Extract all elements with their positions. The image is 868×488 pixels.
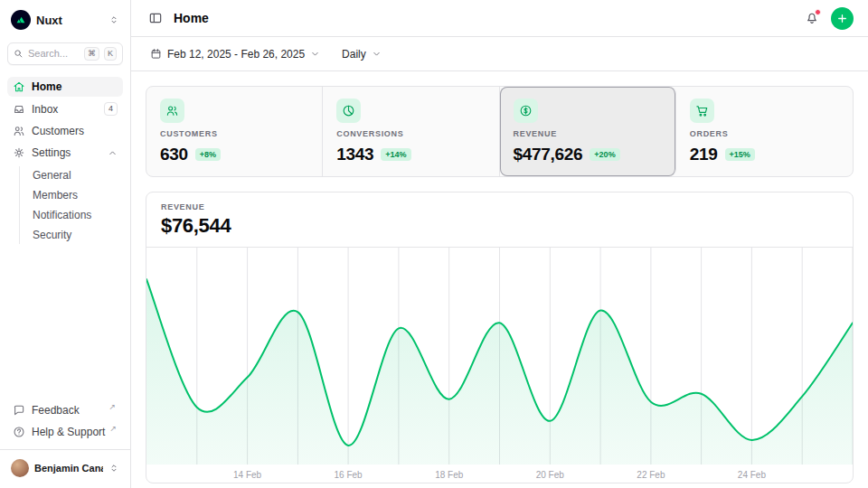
chevron-up-down-icon xyxy=(108,14,119,25)
sidebar-item-home[interactable]: Home xyxy=(7,77,123,97)
workspace-name: Nuxt xyxy=(36,14,103,27)
user-menu-button[interactable]: Benjamin Canac xyxy=(9,457,121,479)
sidebar-item-security[interactable]: Security xyxy=(29,226,123,244)
home-icon xyxy=(13,80,25,93)
chart-title: Revenue xyxy=(161,202,838,211)
chevron-down-icon xyxy=(372,49,382,59)
message-bubble-icon xyxy=(13,404,25,417)
stat-label: Conversions xyxy=(336,129,403,138)
stat-value: $477,626 xyxy=(514,145,583,164)
sidebar-item-notifications[interactable]: Notifications xyxy=(29,206,123,224)
sidebar-item-label: Notifications xyxy=(33,209,119,221)
sidebar-item-label: Home xyxy=(32,80,118,93)
stat-label: Orders xyxy=(690,129,729,138)
svg-text:18 Feb: 18 Feb xyxy=(435,470,464,480)
workspace-switcher[interactable]: Nuxt xyxy=(7,7,123,33)
stats-row: Customers 630 +8% Conversions 1343 +14% xyxy=(146,86,854,177)
stat-delta-badge: +14% xyxy=(381,148,410,161)
sidebar-spacer xyxy=(7,244,123,400)
sidebar-user-section: Benjamin Canac xyxy=(0,449,130,481)
app-root: Nuxt Search... ⌘ K Home xyxy=(0,0,868,488)
stat-card-revenue[interactable]: Revenue $477,626 +20% xyxy=(500,87,676,176)
chevron-down-icon xyxy=(310,49,320,59)
panel-left-icon xyxy=(148,11,163,25)
search-input[interactable]: Search... ⌘ K xyxy=(7,42,123,65)
avatar xyxy=(11,459,29,477)
stat-label: Revenue xyxy=(514,129,557,138)
sidebar-item-label: Security xyxy=(33,229,119,241)
stat-delta-badge: +20% xyxy=(590,148,619,161)
period-label: Daily xyxy=(342,48,366,61)
svg-text:20 Feb: 20 Feb xyxy=(536,470,565,480)
filters-toolbar: Feb 12, 2025 - Feb 26, 2025 Daily xyxy=(131,37,868,71)
chart-total-value: $76,544 xyxy=(161,214,838,238)
circle-dollar-icon xyxy=(514,99,538,123)
stat-card-orders[interactable]: Orders 219 +15% xyxy=(676,87,853,176)
add-button[interactable] xyxy=(831,7,854,30)
sidebar-item-label: General xyxy=(33,169,119,182)
date-range-label: Feb 12, 2025 - Feb 26, 2025 xyxy=(167,48,305,61)
external-link-icon: ↗ xyxy=(108,402,116,411)
search-icon xyxy=(14,49,24,59)
question-circle-icon xyxy=(13,426,25,438)
feedback-link[interactable]: Feedback ↗ xyxy=(7,400,123,420)
sidebar-item-label: Settings xyxy=(32,146,101,159)
revenue-chart-header: Revenue $76,544 xyxy=(146,192,853,248)
inbox-count-badge: 4 xyxy=(104,102,118,117)
notifications-button[interactable] xyxy=(802,8,822,28)
svg-text:14 Feb: 14 Feb xyxy=(233,470,262,480)
stat-delta-badge: +8% xyxy=(195,148,221,161)
stat-card-customers[interactable]: Customers 630 +8% xyxy=(146,87,323,176)
stat-value: 630 xyxy=(160,145,188,164)
search-placeholder: Search... xyxy=(28,48,80,59)
stat-value: 219 xyxy=(690,145,718,164)
footer-link-label: Help & Support xyxy=(32,426,105,438)
sidebar-nav: Home Inbox 4 Customers Settings xyxy=(7,77,123,245)
inbox-icon xyxy=(13,103,25,116)
gear-icon xyxy=(13,146,25,159)
sidebar-item-members[interactable]: Members xyxy=(29,186,123,204)
chart-pie-icon xyxy=(336,99,361,123)
help-support-link[interactable]: Help & Support ↗ xyxy=(7,422,123,442)
header-actions xyxy=(802,7,854,30)
sidebar: Nuxt Search... ⌘ K Home xyxy=(0,0,131,488)
page-title: Home xyxy=(174,11,209,25)
users-icon xyxy=(160,99,184,123)
date-range-picker[interactable]: Feb 12, 2025 - Feb 26, 2025 xyxy=(144,43,326,65)
sidebar-item-general[interactable]: General xyxy=(29,166,123,184)
collapse-sidebar-button[interactable] xyxy=(146,8,165,28)
users-icon xyxy=(13,125,25,137)
revenue-chart-card: Revenue $76,544 14 Feb16 Feb18 Feb20 Feb… xyxy=(146,192,854,483)
calendar-icon xyxy=(150,48,162,60)
stat-card-conversions[interactable]: Conversions 1343 +14% xyxy=(323,87,499,176)
main-area: Home Feb 12, 2 xyxy=(131,0,868,488)
sidebar-item-customers[interactable]: Customers xyxy=(7,121,123,141)
kbd-k: K xyxy=(104,47,117,61)
revenue-chart[interactable]: 14 Feb16 Feb18 Feb20 Feb22 Feb24 Feb xyxy=(146,248,853,483)
sidebar-footer-nav: Feedback ↗ Help & Support ↗ xyxy=(7,400,123,442)
sidebar-item-label: Inbox xyxy=(32,103,98,116)
sidebar-item-inbox[interactable]: Inbox 4 xyxy=(7,99,123,120)
svg-text:22 Feb: 22 Feb xyxy=(637,470,665,480)
dashboard-content: Customers 630 +8% Conversions 1343 +14% xyxy=(131,71,868,488)
user-name: Benjamin Canac xyxy=(34,463,103,474)
page-header: Home xyxy=(131,0,868,37)
external-link-icon: ↗ xyxy=(109,424,117,433)
chevron-up-icon xyxy=(108,148,118,158)
plus-icon xyxy=(836,13,848,24)
revenue-chart-svg: 14 Feb16 Feb18 Feb20 Feb22 Feb24 Feb xyxy=(146,248,853,483)
svg-text:24 Feb: 24 Feb xyxy=(738,470,767,480)
period-select[interactable]: Daily xyxy=(335,43,388,65)
chevron-up-down-icon xyxy=(108,463,119,474)
stat-delta-badge: +15% xyxy=(725,148,755,161)
shopping-cart-icon xyxy=(690,99,714,123)
chart-x-axis-labels: 14 Feb16 Feb18 Feb20 Feb22 Feb24 Feb xyxy=(233,470,766,480)
nuxt-logo-icon xyxy=(11,10,31,30)
footer-link-label: Feedback xyxy=(32,404,104,417)
sidebar-item-label: Members xyxy=(33,189,119,202)
notification-dot xyxy=(815,9,821,15)
stat-label: Customers xyxy=(160,129,218,138)
sidebar-item-settings[interactable]: Settings xyxy=(7,143,123,163)
settings-subnav: General Members Notifications Security xyxy=(19,166,123,244)
stat-value: 1343 xyxy=(336,145,373,164)
